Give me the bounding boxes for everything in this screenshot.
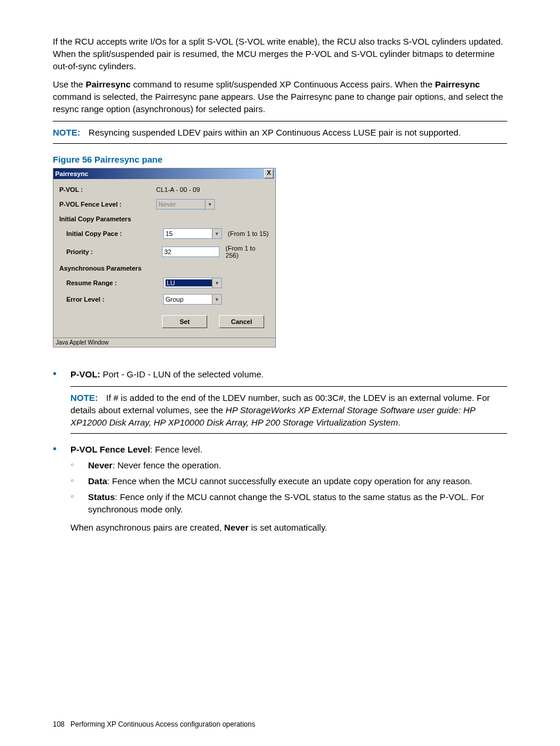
resume-range-label: Resume Range : [59,279,163,286]
page-footer: 108 Performing XP Continuous Access conf… [53,720,255,728]
bullet-icon: ○ [70,491,88,515]
text: Use the [53,79,86,89]
section-async: Asynchronous Parameters [59,265,269,272]
pane-title-text: Pairresync [55,170,88,177]
text: : Fence level. [150,444,203,454]
priority-value: 32 [164,248,171,255]
note-text: Resyncing suspended LDEV pairs within an… [89,127,461,137]
chevron-down-icon: ▼ [212,278,221,288]
pvol-label: P-VOL : [59,186,156,193]
note-label: NOTE: [53,127,80,137]
text: . [398,417,400,427]
strong: Data [88,476,107,486]
paragraph: Use the Pairresync command to resume spl… [53,78,507,115]
error-level-label: Error Level : [59,296,163,303]
initial-copy-pace-input[interactable]: 15 ▼ [163,228,222,239]
text: When asynchronous pairs are created, [70,522,224,532]
fence-level-select[interactable]: Never ▼ [156,199,215,210]
bullet-list: • P-VOL: Port - G-ID - LUN of the select… [53,368,507,534]
pane-body: P-VOL : CL1-A - 00 - 09 P-VOL Fence Leve… [53,179,275,337]
paragraph: When asynchronous pairs are created, Nev… [70,521,507,534]
fence-level-value: Never [158,201,176,208]
initial-copy-pace-label: Initial Copy Pace : [59,230,163,237]
bullet-icon: ○ [70,475,88,487]
strong: Never [88,460,113,470]
close-button[interactable]: X [264,169,274,178]
list-item: • P-VOL Fence Level: Fence level. ○Never… [53,443,507,534]
text: command is selected, the Pairresync pane… [53,92,503,114]
page-number: 108 [53,720,65,728]
priority-label: Priority : [59,248,162,255]
pairresync-pane: Pairresync X P-VOL : CL1-A - 00 - 09 P-V… [53,168,276,347]
error-level-value: Group [166,296,184,303]
figure-caption: Figure 56 Pairresync pane [53,154,507,164]
text: Port - G-ID - LUN of the selected volume… [100,369,264,379]
text: is set automatically. [249,522,328,532]
priority-input[interactable]: 32 [162,247,220,257]
chevron-down-icon: ▼ [205,200,214,209]
initial-copy-pace-hint: (From 1 to 15) [228,230,269,237]
chevron-down-icon: ▼ [212,295,221,304]
list-item: ○Data: Fence when the MCU cannot success… [70,475,507,487]
pvol-value: CL1-A - 00 - 09 [156,186,200,193]
initial-copy-pace-value: 15 [166,230,173,237]
pane-title-bar: Pairresync X [53,168,275,179]
bullet-icon: ○ [70,459,88,471]
section-initial-copy: Initial Copy Parameters [59,215,269,222]
cancel-button[interactable]: Cancel [219,315,264,328]
bullet-icon: • [53,443,70,534]
bullet-icon: • [53,368,70,440]
set-button[interactable]: Set [162,315,207,328]
text: : Never fence the operation. [113,460,221,470]
note-block: NOTE: Resyncing suspended LDEV pairs wit… [53,121,507,144]
text: : Fence only if the MCU cannot change th… [88,492,484,514]
strong: Status [88,492,115,502]
pane-status-bar: Java Applet Window [53,337,275,347]
note-label: NOTE: [70,393,98,403]
resume-range-value: LU [166,279,212,286]
text: command to resume split/suspended XP Con… [131,79,435,89]
strong: Never [224,522,249,532]
list-item: ○Status: Fence only if the MCU cannot ch… [70,491,507,515]
footer-text: Performing XP Continuous Access configur… [70,720,255,728]
text: : Fence when the MCU cannot successfully… [107,476,473,486]
resume-range-select[interactable]: LU ▼ [163,278,222,288]
strong: Pairresync [86,79,131,89]
list-item: ○Never: Never fence the operation. [70,459,507,471]
fence-level-label: P-VOL Fence Level : [59,201,156,208]
list-item: • P-VOL: Port - G-ID - LUN of the select… [53,368,507,440]
chevron-down-icon: ▼ [212,229,221,238]
error-level-select[interactable]: Group ▼ [163,294,222,305]
strong: P-VOL: [70,369,100,379]
paragraph: If the RCU accepts write I/Os for a spli… [53,35,507,72]
strong: Pairresync [435,79,480,89]
note-block: NOTE: If # is added to the end of the LD… [70,386,507,434]
priority-hint: (From 1 to 256) [225,245,269,259]
strong: P-VOL Fence Level [70,444,150,454]
